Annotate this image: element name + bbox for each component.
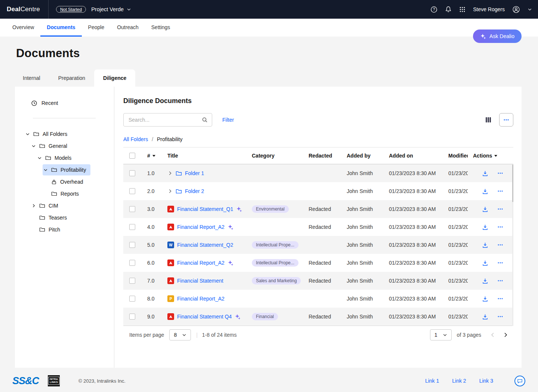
ask-dealio-label: Ask Dealio bbox=[489, 33, 514, 39]
document-tabs: Internal Preparation Diligence bbox=[14, 69, 538, 87]
download-icon[interactable] bbox=[482, 278, 488, 284]
nav-item-settings[interactable]: Settings bbox=[145, 19, 177, 37]
footer-link-2[interactable]: Link 2 bbox=[452, 378, 466, 384]
tab-internal[interactable]: Internal bbox=[14, 69, 49, 87]
expand-chevron-icon[interactable] bbox=[167, 189, 173, 194]
sidebar-item-all-folders[interactable]: All Folders bbox=[15, 128, 114, 140]
sidebar-item-pitch[interactable]: Pitch bbox=[15, 224, 114, 236]
ssc-logo: SS&C bbox=[12, 375, 39, 387]
nav-item-people[interactable]: People bbox=[82, 19, 111, 37]
row-checkbox[interactable] bbox=[129, 242, 135, 248]
status-badge[interactable]: Not Started bbox=[56, 6, 86, 13]
user-menu-chevron-icon[interactable] bbox=[528, 7, 532, 12]
document-link[interactable]: Financial Report_A2 bbox=[177, 224, 225, 230]
items-per-page-select[interactable]: 8 bbox=[169, 329, 191, 340]
next-page-button[interactable] bbox=[499, 329, 512, 341]
row-overflow-icon[interactable] bbox=[497, 206, 503, 212]
previous-page-button[interactable] bbox=[486, 329, 499, 341]
download-icon[interactable] bbox=[482, 206, 488, 212]
sidebar-item-overhead[interactable]: Overhead bbox=[15, 176, 114, 188]
row-overflow-icon[interactable] bbox=[497, 170, 503, 176]
app-logo[interactable]: DealCentre bbox=[0, 0, 49, 19]
sidebar-item-general[interactable]: General bbox=[15, 140, 114, 152]
support-chat-button[interactable] bbox=[514, 376, 525, 386]
row-checkbox[interactable] bbox=[129, 314, 135, 320]
row-overflow-icon[interactable] bbox=[497, 260, 503, 266]
row-checkbox[interactable] bbox=[129, 224, 135, 230]
row-overflow-icon[interactable] bbox=[497, 296, 503, 302]
column-settings-icon[interactable] bbox=[485, 116, 492, 124]
breadcrumb-all-folders[interactable]: All Folders bbox=[123, 136, 148, 142]
page-number-select[interactable]: 1 bbox=[430, 329, 452, 340]
avatar-icon[interactable] bbox=[512, 6, 520, 13]
items-per-page-label: Items per page bbox=[129, 332, 164, 338]
document-link[interactable]: Financial Statement_Q2 bbox=[177, 242, 233, 248]
sidebar-item-models[interactable]: Models bbox=[15, 152, 114, 164]
notifications-bell-icon[interactable] bbox=[445, 6, 452, 13]
download-icon[interactable] bbox=[482, 260, 488, 266]
document-link[interactable]: Financial Statement_Q1 bbox=[177, 206, 233, 212]
row-checkbox[interactable] bbox=[129, 206, 135, 212]
search-icon[interactable] bbox=[202, 117, 208, 123]
folder-icon bbox=[51, 167, 57, 173]
row-checkbox[interactable] bbox=[129, 188, 135, 194]
download-icon[interactable] bbox=[482, 296, 488, 302]
expand-chevron-icon[interactable] bbox=[167, 171, 173, 176]
column-header-actions[interactable]: Actions bbox=[468, 153, 513, 159]
document-link[interactable]: Financial Statement bbox=[177, 278, 223, 284]
sidebar-item-profitability[interactable]: Profitability bbox=[15, 164, 114, 176]
document-link[interactable]: Financial Statement Q4 bbox=[177, 314, 232, 320]
ai-sparkle-icon bbox=[235, 314, 241, 320]
row-overflow-icon[interactable] bbox=[497, 278, 503, 284]
chevron-down-icon bbox=[127, 7, 131, 12]
nav-item-outreach[interactable]: Outreach bbox=[111, 19, 145, 37]
download-icon[interactable] bbox=[482, 224, 488, 230]
table-overflow-menu-button[interactable] bbox=[499, 113, 513, 127]
tab-diligence[interactable]: Diligence bbox=[94, 69, 135, 87]
row-overflow-icon[interactable] bbox=[497, 224, 503, 230]
document-link[interactable]: Financial Report_A2 bbox=[177, 260, 225, 266]
logo-bold-text: Deal bbox=[7, 6, 21, 13]
ask-dealio-button[interactable]: Ask Dealio bbox=[473, 29, 522, 43]
search-input[interactable] bbox=[129, 117, 202, 123]
download-icon[interactable] bbox=[482, 188, 488, 195]
ai-sparkle-icon bbox=[228, 224, 234, 230]
recent-button[interactable]: Recent bbox=[15, 98, 114, 108]
row-number: 7.0 bbox=[147, 278, 167, 284]
table-row: 7.0 Financial Statement Sales and Market… bbox=[123, 272, 513, 290]
added-by-cell: John Smith bbox=[347, 188, 389, 194]
row-overflow-icon[interactable] bbox=[497, 188, 503, 194]
row-checkbox[interactable] bbox=[129, 260, 135, 266]
nav-item-overview[interactable]: Overview bbox=[6, 19, 40, 37]
sidebar-item-reports[interactable]: Reports bbox=[15, 188, 114, 200]
project-selector[interactable]: Project Verde bbox=[91, 6, 131, 12]
footer-link-3[interactable]: Link 3 bbox=[479, 378, 493, 384]
sidebar-item-cim[interactable]: CIM bbox=[15, 200, 114, 212]
table-row: 8.0 P Financial Report_A2 John Smith 01/… bbox=[123, 290, 513, 308]
download-icon[interactable] bbox=[482, 170, 488, 177]
download-icon[interactable] bbox=[482, 242, 488, 248]
primary-nav: Overview Documents People Outreach Setti… bbox=[0, 19, 538, 37]
folder-link[interactable]: Folder 1 bbox=[185, 170, 204, 176]
help-icon[interactable]: ? bbox=[430, 6, 437, 13]
nav-item-documents[interactable]: Documents bbox=[40, 19, 81, 37]
row-checkbox[interactable] bbox=[129, 278, 135, 284]
row-checkbox[interactable] bbox=[129, 296, 135, 302]
sidebar-item-teasers[interactable]: Teasers bbox=[15, 212, 114, 224]
column-header-num[interactable]: # bbox=[147, 153, 167, 159]
document-link[interactable]: Financial Report_A2 bbox=[177, 296, 225, 302]
download-icon[interactable] bbox=[482, 314, 488, 320]
filter-button[interactable]: Filter bbox=[222, 117, 234, 123]
added-by-cell: John Smith bbox=[347, 170, 389, 176]
table-scrollbar-thumb[interactable] bbox=[512, 165, 513, 202]
tab-preparation[interactable]: Preparation bbox=[49, 69, 94, 87]
footer-link-1[interactable]: Link 1 bbox=[425, 378, 439, 384]
app-switcher-grid-icon[interactable] bbox=[459, 6, 466, 13]
row-overflow-icon[interactable] bbox=[497, 314, 503, 320]
folder-link[interactable]: Folder 2 bbox=[185, 188, 204, 194]
pages-count-text: of 3 pages bbox=[457, 332, 481, 338]
row-overflow-icon[interactable] bbox=[497, 242, 503, 248]
lock-icon bbox=[51, 179, 57, 185]
row-checkbox[interactable] bbox=[129, 170, 135, 176]
select-all-checkbox[interactable] bbox=[129, 153, 135, 159]
